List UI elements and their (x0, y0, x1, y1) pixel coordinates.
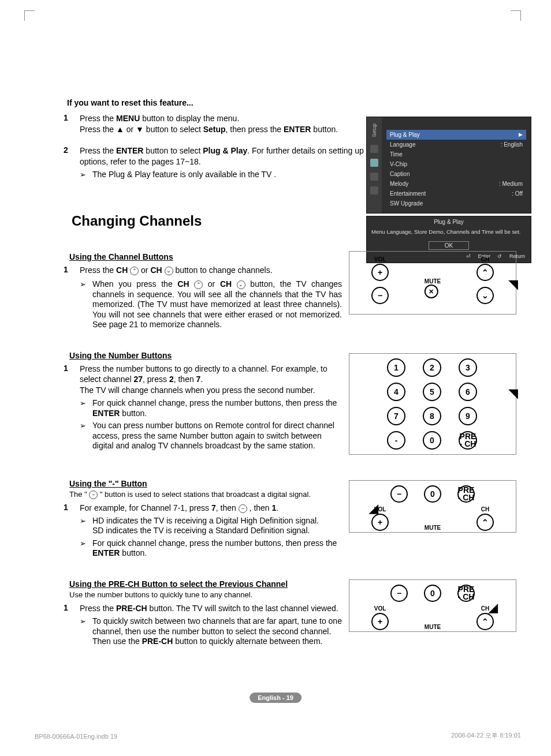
intro-line: Use the number buttons to quickly tune t… (69, 590, 342, 600)
osd-row-label: V-Chip (390, 161, 407, 167)
t: Press the ▲ or ▼ button to select (80, 125, 203, 134)
num-2-button: 2 (423, 358, 441, 377)
t: For example, for Channel 7-1, press (80, 503, 211, 512)
dash-button: − (390, 585, 408, 602)
t: For quick channel change, press the numb… (92, 538, 337, 548)
step-number: 1 (64, 265, 80, 331)
t: When you press the (92, 279, 177, 289)
t: Press the number buttons to go directly … (80, 364, 327, 384)
vol-down-button: − (371, 287, 389, 304)
step-number: 1 (64, 364, 80, 452)
ch-up-button: ⌃ (476, 514, 494, 531)
ch-column: CH ⌃ ⌄ (476, 256, 494, 304)
t: PRE-CH (142, 637, 173, 646)
num-5-button: 5 (423, 383, 441, 401)
note-text: The Plug & Play feature is only availabl… (92, 170, 375, 180)
ch-up-icon: ⌃ (194, 280, 203, 289)
dash-icon: − (89, 491, 98, 499)
osd-content: Plug & Play ▶ Language: English Time V-C… (382, 117, 531, 213)
osd-row-label: Time (390, 151, 403, 158)
note: ➢For quick channel change, press the num… (80, 398, 342, 418)
t: Press the (80, 265, 116, 275)
t: Press the (80, 146, 116, 155)
ch-label: CH (481, 256, 489, 263)
left-column: Using the Number Buttons 1 Press the num… (35, 342, 342, 470)
arrow-icon: ➢ (80, 279, 92, 330)
step-1: 1 For example, for Channel 7-1, press 7,… (64, 503, 342, 560)
osd-tab-label: Setup (371, 122, 377, 139)
mute-block: MUTE (425, 624, 441, 630)
note: ➢You can press number buttons on Remote … (80, 421, 342, 451)
arrow-icon: ➢ (80, 516, 92, 536)
t: button to change channels. (175, 265, 272, 275)
step-number: 1 (64, 503, 80, 560)
left-column: Using the PRE-CH Button to select the Pr… (35, 570, 342, 658)
subheading: Using the PRE-CH Button to select the Pr… (69, 579, 342, 589)
t: button. (311, 125, 338, 134)
step-2: 2 Press the ENTER button to select Plug … (64, 145, 375, 181)
num-7-button: 7 (387, 407, 405, 425)
t: MENU (116, 114, 140, 123)
osd-row: SW Upgrade (386, 199, 526, 208)
note-text: For quick channel change, press the numb… (92, 398, 342, 418)
osd-row: Melody: Medium (386, 179, 526, 189)
num-4-button: 4 (387, 383, 405, 401)
step-text: For example, for Channel 7-1, press 7, t… (80, 503, 342, 560)
osd-row-value: : English (501, 141, 523, 148)
mute-button: ✕ (425, 285, 438, 298)
mute-label: MUTE (425, 624, 441, 630)
dash-icon: − (239, 504, 247, 513)
crop-mark (24, 10, 35, 21)
num-1-button: 1 (387, 358, 405, 377)
note-text: When you press the CH ⌃ or CH ⌄ button, … (92, 279, 342, 330)
callout-arrow-icon: ◥ (508, 277, 518, 292)
t: , press (143, 375, 169, 384)
dash-row: − 0 PRE - CH (356, 585, 509, 602)
t: Plug & Play (203, 146, 247, 155)
note: ➢ When you press the CH ⌃ or CH ⌄ button… (80, 279, 342, 330)
osd-row: Caption (386, 169, 526, 179)
mute-block: MUTE ✕ (425, 278, 441, 298)
num-6-button: 6 (459, 383, 477, 401)
num-9-button: 9 (459, 407, 477, 425)
pre-ch-button: PRE - CH (457, 585, 475, 602)
osd-row-label: Entertainment (390, 190, 426, 197)
osd-dialog-message: Menu Language, Store Demo, Channels and … (367, 227, 531, 241)
ch-up-button: ⌃ (476, 613, 494, 630)
osd-row-value: : Off (512, 190, 523, 197)
left-column: Using the Channel Buttons 1 Press the CH… (35, 243, 342, 341)
note: ➢ The Plug & Play feature is only availa… (80, 170, 375, 180)
t: 27 (133, 375, 143, 384)
t: ENTER (92, 409, 120, 418)
note: ➢To quickly switch between two channels … (80, 616, 342, 647)
right-column: 1 2 3 4 5 6 7 8 9 - 0 PRE - CH ◥ (348, 342, 516, 470)
t: . (200, 375, 203, 384)
reset-feature-heading: If you want to reset this feature... (67, 98, 516, 107)
t: button. (120, 409, 147, 418)
num-0-button: 0 (424, 485, 441, 503)
block-dash-button: Using the "-" Button The " − " button is… (35, 470, 516, 570)
t: PRE-CH (116, 604, 147, 613)
callout-arrow-icon: ◥ (367, 504, 382, 514)
arrow-icon: ➢ (80, 616, 92, 647)
note: ➢HD indicates the TV is receiving a Digi… (80, 516, 342, 536)
t: button to select (143, 146, 203, 155)
t: button. The TV will switch to the last c… (147, 604, 338, 613)
osd-row: Language: English (386, 140, 526, 149)
ch-column: CH⌃ (476, 506, 494, 531)
osd-row-value: : Medium (499, 181, 523, 187)
remote-keypad-panel: 1 2 3 4 5 6 7 8 9 - 0 PRE - CH ◥ (349, 353, 516, 455)
osd-header (386, 117, 526, 128)
note-text: For quick channel change, press the numb… (92, 538, 342, 559)
block-pre-ch: Using the PRE-CH Button to select the Pr… (35, 570, 516, 658)
osd-tab-icon (370, 159, 378, 167)
osd-row-label: SW Upgrade (390, 200, 423, 207)
t: , then (174, 375, 196, 384)
t: button to quickly alternate between them… (173, 637, 322, 646)
right-column: VOL + − CH ⌃ ⌄ MUTE (348, 243, 516, 341)
osd-dialog-title: Plug & Play (367, 216, 531, 227)
vol-up-button: + (371, 264, 389, 281)
subheading: Using the Channel Buttons (69, 252, 342, 261)
osd-row-label: Language (390, 141, 416, 148)
t: , then (216, 503, 239, 512)
